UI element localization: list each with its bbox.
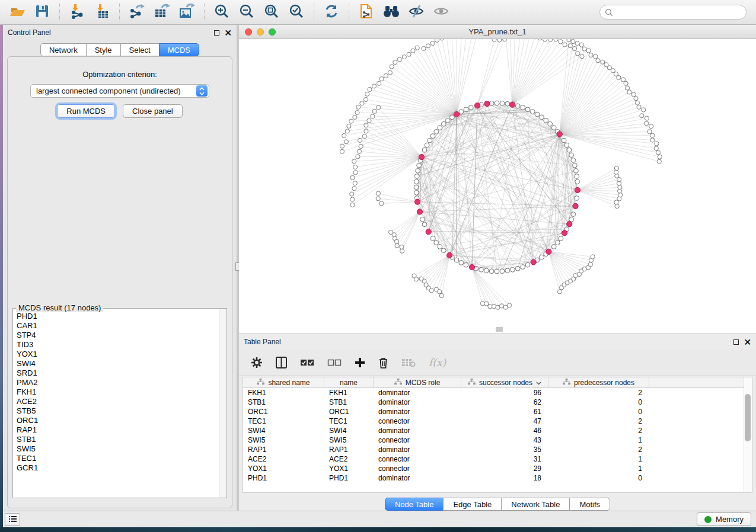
toolbar-separator bbox=[59, 4, 60, 21]
table-row[interactable]: ACE2ACE2connector311 bbox=[243, 454, 752, 464]
task-history-button[interactable] bbox=[5, 513, 20, 526]
float-panel-icon[interactable] bbox=[214, 30, 219, 36]
table-row[interactable]: YOX1YOX1connector291 bbox=[243, 464, 752, 473]
mcds-result-item[interactable]: STP4 bbox=[17, 331, 227, 340]
table-row[interactable]: ORC1ORC1dominator610 bbox=[243, 407, 752, 416]
table-row[interactable]: RAP1RAP1dominator352 bbox=[243, 445, 752, 454]
table-row[interactable]: TEC1TEC1connector472 bbox=[243, 416, 752, 426]
mcds-result-item[interactable]: SWI4 bbox=[17, 359, 227, 368]
column-header-name[interactable]: name bbox=[324, 377, 374, 387]
mcds-result-item[interactable]: CAR1 bbox=[17, 321, 227, 331]
zoom-out-button[interactable] bbox=[235, 2, 258, 23]
mcds-result-list[interactable]: PHD1CAR1STP4TID3YOX1SWI4SRD1PMA2FKH1ACE2… bbox=[13, 309, 227, 498]
refresh-button[interactable] bbox=[320, 2, 343, 23]
table-cell: FKH1 bbox=[243, 388, 324, 398]
table-cell: 0 bbox=[548, 407, 649, 416]
import-table-button[interactable] bbox=[91, 2, 113, 23]
table-tab-network-table[interactable]: Network Table bbox=[501, 498, 570, 511]
table-scrollbar-thumb[interactable] bbox=[745, 394, 751, 441]
open-file-button[interactable] bbox=[6, 2, 28, 23]
mcds-result-item[interactable]: SWI5 bbox=[17, 444, 227, 454]
table-cell: PHD1 bbox=[243, 473, 324, 483]
column-header-predecessor-nodes[interactable]: predecessor nodes bbox=[548, 377, 649, 387]
save-icon bbox=[34, 4, 50, 21]
table-row[interactable]: FKH1FKH1dominator962 bbox=[243, 388, 752, 398]
mcds-result-item[interactable]: YOX1 bbox=[17, 350, 227, 359]
mcds-result-item[interactable]: STB5 bbox=[17, 406, 227, 416]
desktop-edge bbox=[0, 25, 3, 527]
mcds-result-item[interactable]: PMA2 bbox=[17, 378, 227, 387]
close-table-panel-icon[interactable]: ⨯ bbox=[744, 339, 751, 345]
export-network-button[interactable] bbox=[126, 2, 148, 23]
table-cell: 61 bbox=[461, 407, 548, 416]
table-row[interactable]: STB1STB1dominator620 bbox=[243, 398, 752, 407]
hide-graphics-button[interactable] bbox=[405, 2, 428, 23]
tab-network[interactable]: Network bbox=[40, 43, 87, 56]
table-panel: Table Panel ⨯ f(x) share bbox=[239, 334, 756, 511]
memory-label: Memory bbox=[716, 515, 744, 524]
tab-select[interactable]: Select bbox=[120, 43, 160, 56]
table-cell: YOX1 bbox=[324, 464, 374, 473]
table-tab-edge-table[interactable]: Edge Table bbox=[443, 498, 502, 511]
zoom-in-button[interactable] bbox=[210, 2, 233, 23]
close-panel-button[interactable]: Close panel bbox=[123, 104, 183, 118]
network-window-titlebar[interactable]: YPA_prune.txt_1 bbox=[239, 25, 756, 39]
save-session-button[interactable] bbox=[31, 2, 53, 23]
find-button[interactable] bbox=[380, 2, 403, 23]
control-panel-title: Control Panel bbox=[8, 28, 51, 37]
export-table-button[interactable] bbox=[151, 2, 173, 23]
column-header-shared-name[interactable]: shared name bbox=[243, 377, 324, 387]
share-document-button[interactable] bbox=[355, 2, 378, 23]
close-panel-icon[interactable]: ⨯ bbox=[224, 30, 232, 36]
table-row[interactable]: SWI5SWI5connector431 bbox=[243, 435, 752, 445]
network-scroll-thumb[interactable] bbox=[496, 327, 503, 332]
delete-table-button[interactable] bbox=[401, 358, 416, 367]
create-column-button[interactable] bbox=[355, 357, 365, 368]
mcds-result-item[interactable]: STB1 bbox=[17, 435, 227, 444]
export-image-button[interactable] bbox=[176, 2, 198, 23]
table-scrollbar[interactable] bbox=[744, 377, 752, 492]
table-tab-motifs[interactable]: Motifs bbox=[569, 498, 610, 511]
mcds-result-item[interactable]: ACE2 bbox=[17, 397, 227, 406]
memory-button[interactable]: Memory bbox=[697, 512, 751, 526]
mcds-result-item[interactable]: ORC1 bbox=[17, 416, 227, 425]
zoom-fit-button[interactable] bbox=[260, 2, 283, 23]
mcds-result-item[interactable]: FKH1 bbox=[17, 387, 227, 397]
mcds-result-item[interactable]: GCR1 bbox=[17, 463, 227, 473]
float-table-panel-icon[interactable] bbox=[733, 339, 739, 345]
mcds-result-item[interactable]: PHD1 bbox=[17, 312, 227, 321]
search-input[interactable] bbox=[599, 5, 747, 20]
zoom-selected-button[interactable] bbox=[285, 2, 308, 23]
mcds-result-item[interactable]: TEC1 bbox=[17, 454, 227, 463]
show-graphics-button[interactable] bbox=[430, 2, 452, 23]
toolbar-separator bbox=[204, 4, 205, 21]
network-canvas[interactable] bbox=[239, 39, 756, 334]
mcds-result-item[interactable]: TID3 bbox=[17, 340, 227, 350]
show-columns-button[interactable] bbox=[276, 357, 287, 368]
mcds-result-item[interactable]: RAP1 bbox=[17, 425, 227, 435]
tab-style[interactable]: Style bbox=[86, 43, 121, 56]
table-row[interactable]: PHD1PHD1dominator180 bbox=[243, 473, 752, 483]
table-cell: 18 bbox=[461, 473, 548, 483]
table-cell: 47 bbox=[461, 416, 548, 426]
binoculars-icon bbox=[382, 4, 400, 21]
table-cell: 62 bbox=[461, 398, 548, 407]
table-cell: connector bbox=[374, 464, 461, 473]
eye-icon bbox=[433, 4, 449, 21]
mcds-result-scrollbar[interactable] bbox=[219, 309, 227, 498]
table-tab-node-table[interactable]: Node Table bbox=[385, 498, 444, 511]
table-cell: SWI5 bbox=[324, 435, 374, 445]
mcds-result-item[interactable]: SRD1 bbox=[17, 368, 227, 378]
table-row[interactable]: SWI4SWI4dominator462 bbox=[243, 426, 752, 435]
run-mcds-button[interactable]: Run MCDS bbox=[57, 104, 115, 118]
function-builder-button[interactable]: f(x) bbox=[429, 357, 446, 368]
delete-column-button[interactable] bbox=[378, 357, 388, 368]
deselect-all-button[interactable] bbox=[327, 358, 342, 367]
criterion-select[interactable]: largest connected component (undirected) bbox=[30, 84, 209, 98]
table-settings-button[interactable] bbox=[251, 357, 263, 368]
tab-mcds[interactable]: MCDS bbox=[159, 43, 199, 56]
import-network-button[interactable] bbox=[66, 2, 88, 23]
select-all-button[interactable] bbox=[300, 358, 314, 367]
column-header-successor-nodes[interactable]: successor nodes bbox=[461, 377, 548, 387]
column-header-MCDS-role[interactable]: MCDS role bbox=[374, 377, 461, 387]
